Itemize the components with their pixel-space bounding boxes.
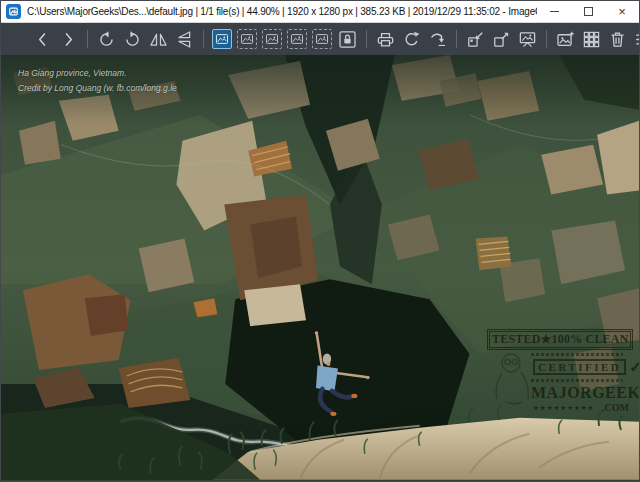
image-icon [265,32,279,46]
refresh-button[interactable] [400,27,423,51]
imageglass-window: C:\Users\MajorGeeks\Des...\default.jpg |… [0,0,640,482]
previous-image-button[interactable] [31,27,54,51]
window-title: C:\Users\MajorGeeks\Des...\default.jpg |… [27,6,537,17]
image-viewer: Ha Giang province, Vietnam. Credit by Lo… [1,55,639,481]
imageglass-app-icon[interactable] [6,4,21,19]
lock-zoom-ratio-button[interactable] [336,27,359,51]
auto-zoom-button[interactable] [212,29,232,49]
scale-to-fill-button[interactable] [312,29,332,49]
photo-credit-line2: Credit by Long Quang (w. fb.com/long.g.l… [18,81,177,96]
scale-to-width-button[interactable] [237,29,257,49]
lock-icon [338,30,357,49]
flip-vertical-button[interactable] [173,27,196,51]
rotate-left-icon [97,30,116,49]
print-button[interactable] [374,27,397,51]
close-icon: × [618,5,626,18]
delete-button[interactable] [606,27,629,51]
photo-credit-text: Ha Giang province, Vietnam. Credit by Lo… [18,66,177,96]
minimize-button[interactable] [537,1,571,22]
toolbar-separator [366,30,367,48]
majorgeeks-watermark: TESTED★100% CLEAN CERTIFIED ✓ MAJORGEEKS… [487,329,633,413]
flip-horizontal-button[interactable] [147,27,170,51]
window-controls: × [537,1,639,22]
chevron-left-icon [33,30,52,49]
toolbar-separator [456,30,457,48]
trash-icon [608,30,627,49]
slideshow-button[interactable] [516,27,539,51]
image-star-button[interactable] [554,27,577,51]
image-icon [215,32,229,46]
image-icon [290,32,304,46]
flip-horizontal-icon [149,30,168,49]
watermark-certified: CERTIFIED [533,359,626,375]
hamburger-menu-icon [634,30,640,49]
rotate-right-button[interactable] [121,27,144,51]
maximize-button[interactable] [571,1,605,22]
chevron-right-icon [59,30,78,49]
toolbar-separator [87,30,88,48]
flip-vertical-icon [175,30,194,49]
main-menu-button[interactable] [632,27,640,51]
toolbar-separator [546,30,547,48]
window-fit-button[interactable] [464,27,487,51]
next-image-button[interactable] [57,27,80,51]
geek-mascot-drawing [485,349,535,407]
photo-credit-line1: Ha Giang province, Vietnam. [18,66,177,81]
watermark-stars: ★★★★★★★★★ [533,404,594,412]
scale-to-height-button[interactable] [262,29,282,49]
full-screen-icon [492,30,511,49]
maximize-icon [584,7,593,16]
redo-arrow-icon [428,30,447,49]
rotate-left-button[interactable] [95,27,118,51]
watermark-banner: TESTED★100% CLEAN [487,329,633,350]
window-fit-icon [466,30,485,49]
minimize-icon [550,11,559,12]
watermark-brand: MAJORGEEKS [531,384,633,402]
refresh-icon [402,30,421,49]
checkmark-icon: ✓ [629,358,639,376]
checkerboard-grid-icon [582,30,601,49]
rotate-right-icon [123,30,142,49]
watermark-tld: .COM [602,402,629,413]
scale-to-fit-button[interactable] [287,29,307,49]
checkerboard-button[interactable] [580,27,603,51]
watermark-fine-print [531,353,623,356]
image-star-icon [556,30,575,49]
titlebar: C:\Users\MajorGeeks\Des...\default.jpg |… [1,1,639,23]
printer-icon [376,30,395,49]
close-button[interactable]: × [605,1,639,22]
image-icon [240,32,254,46]
watermark-fine-print [531,379,623,382]
redo-button[interactable] [426,27,449,51]
photo-aerial-terraced-fields[interactable] [1,55,639,480]
full-screen-button[interactable] [490,27,513,51]
image-icon [315,32,329,46]
toolbar-separator [203,30,204,48]
toolbar [1,23,639,55]
slideshow-icon [518,30,537,49]
